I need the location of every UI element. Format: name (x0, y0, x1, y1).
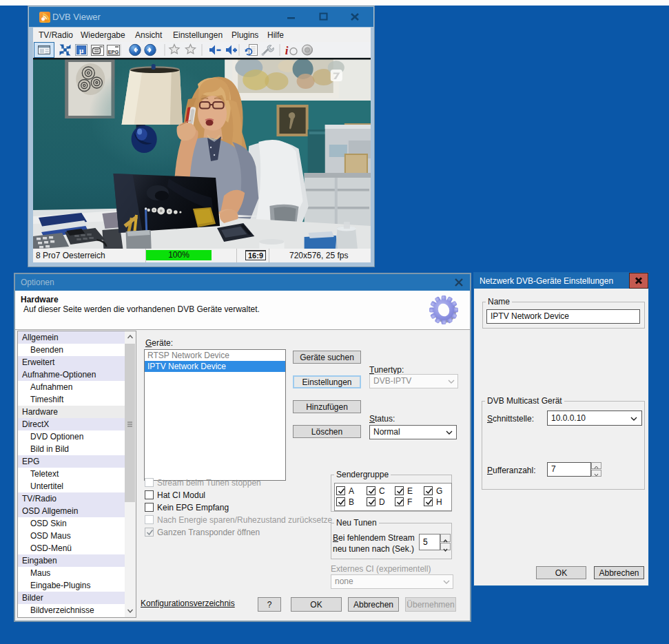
svg-text:i: i (285, 44, 289, 57)
svg-text:EPG: EPG (108, 49, 119, 55)
svg-text:μ: μ (79, 46, 84, 54)
